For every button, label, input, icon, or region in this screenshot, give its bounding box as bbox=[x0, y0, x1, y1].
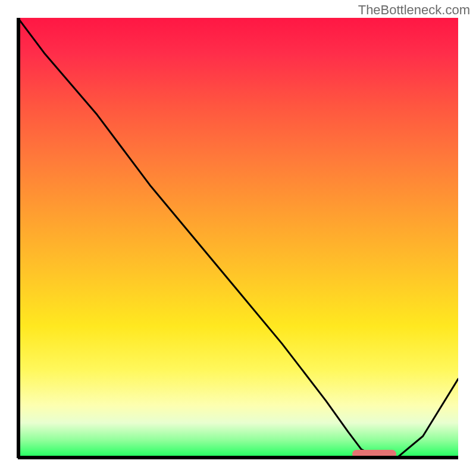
chart-area bbox=[18, 18, 458, 458]
bottleneck-curve-path bbox=[18, 18, 458, 458]
watermark-text: TheBottleneck.com bbox=[358, 2, 470, 18]
optimal-range-marker bbox=[352, 450, 396, 458]
chart-curve-svg bbox=[18, 18, 458, 458]
